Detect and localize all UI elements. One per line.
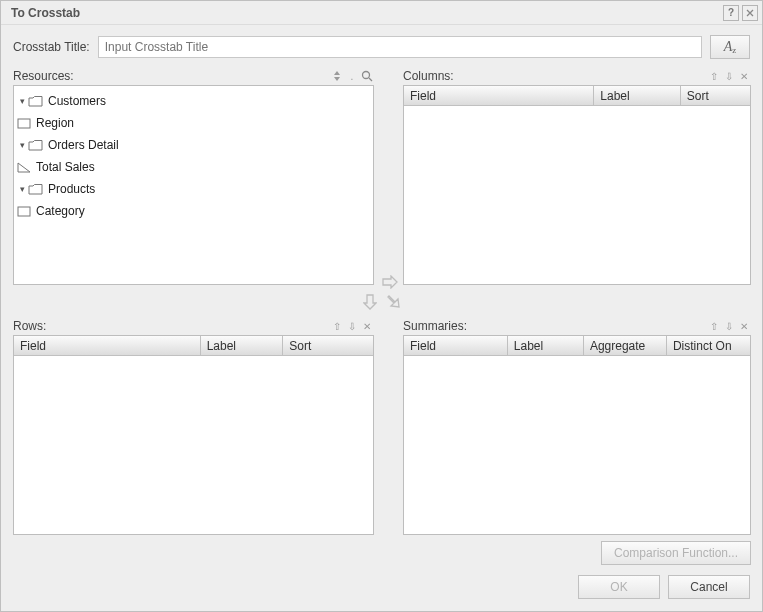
tree-field[interactable]: Region <box>16 112 371 134</box>
col-sort[interactable]: Sort <box>681 86 750 105</box>
rows-panel[interactable]: Field Label Sort <box>13 335 374 535</box>
col-field[interactable]: Field <box>14 336 201 355</box>
remove-icon[interactable]: ✕ <box>737 69 751 83</box>
tree-label: Region <box>36 116 74 130</box>
col-field[interactable]: Field <box>404 86 594 105</box>
rows-header: Field Label Sort <box>14 336 373 356</box>
tree-field[interactable]: Total Sales <box>16 156 371 178</box>
summaries-panel[interactable]: Field Label Aggregate Distinct On <box>403 335 751 535</box>
svg-rect-2 <box>18 119 30 128</box>
tree-label: Customers <box>48 94 106 108</box>
move-up-icon[interactable]: ⇧ <box>707 319 721 333</box>
caret-icon: ▾ <box>16 140 28 150</box>
arrow-diagonal-icon[interactable] <box>385 293 403 311</box>
dialog: To Crosstab ? Crosstab Title: Az Resourc… <box>0 0 763 612</box>
columns-label: Columns: <box>403 69 454 83</box>
measure-icon <box>16 160 32 174</box>
folder-icon <box>28 182 44 196</box>
move-down-icon[interactable]: ⇩ <box>345 319 359 333</box>
tree-field[interactable]: Category <box>16 200 371 222</box>
svg-rect-3 <box>18 207 30 216</box>
svg-point-0 <box>363 72 370 79</box>
sort-icon[interactable] <box>330 69 344 83</box>
summaries-section: Summaries: ⇧ ⇩ ✕ Field Label Aggregate D… <box>403 317 751 535</box>
tree-folder[interactable]: ▾ Orders Detail <box>16 134 371 156</box>
field-icon <box>16 116 32 130</box>
move-down-icon[interactable]: ⇩ <box>722 319 736 333</box>
arrow-down-icon[interactable] <box>361 293 379 311</box>
folder-icon <box>28 94 44 108</box>
resources-label: Resources: <box>13 69 74 83</box>
svg-line-1 <box>369 78 372 81</box>
col-sort[interactable]: Sort <box>283 336 373 355</box>
comparison-function-button[interactable]: Comparison Function... <box>601 541 751 565</box>
folder-icon <box>28 138 44 152</box>
move-up-icon[interactable]: ⇧ <box>707 69 721 83</box>
help-icon[interactable]: ? <box>723 5 739 21</box>
resources-section: Resources: . ▾ Customers <box>13 67 374 285</box>
rows-section: Rows: ⇧ ⇩ ✕ Field Label Sort <box>13 317 374 535</box>
col-field[interactable]: Field <box>404 336 508 355</box>
crosstab-title-label: Crosstab Title: <box>13 40 90 54</box>
col-aggregate[interactable]: Aggregate <box>584 336 667 355</box>
resources-panel: ▾ Customers Region ▾ <box>13 85 374 285</box>
ok-button[interactable]: OK <box>578 575 660 599</box>
arrow-right-icon[interactable] <box>381 273 399 291</box>
caret-icon: ▾ <box>16 184 28 194</box>
tree-label: Products <box>48 182 95 196</box>
tree-folder[interactable]: ▾ Products <box>16 178 371 200</box>
move-down-icon[interactable]: ⇩ <box>722 69 736 83</box>
move-up-icon[interactable]: ⇧ <box>330 319 344 333</box>
window-title: To Crosstab <box>11 6 80 20</box>
resources-tree[interactable]: ▾ Customers Region ▾ <box>14 86 373 226</box>
col-label[interactable]: Label <box>594 86 681 105</box>
tree-label: Total Sales <box>36 160 95 174</box>
summaries-label: Summaries: <box>403 319 467 333</box>
layout-area: Resources: . ▾ Customers <box>1 67 762 565</box>
titlebar: To Crosstab ? <box>1 1 762 25</box>
col-label[interactable]: Label <box>508 336 584 355</box>
separator-dot: . <box>345 69 359 83</box>
summaries-header: Field Label Aggregate Distinct On <box>404 336 750 356</box>
remove-icon[interactable]: ✕ <box>737 319 751 333</box>
columns-panel[interactable]: Field Label Sort <box>403 85 751 285</box>
title-row: Crosstab Title: Az <box>1 25 762 67</box>
rows-label: Rows: <box>13 319 46 333</box>
font-button[interactable]: Az <box>710 35 750 59</box>
col-label[interactable]: Label <box>201 336 284 355</box>
caret-icon: ▾ <box>16 96 28 106</box>
columns-header: Field Label Sort <box>404 86 750 106</box>
crosstab-title-input[interactable] <box>98 36 702 58</box>
remove-icon[interactable]: ✕ <box>360 319 374 333</box>
button-bar: OK Cancel <box>1 565 762 611</box>
tree-label: Category <box>36 204 85 218</box>
cancel-button[interactable]: Cancel <box>668 575 750 599</box>
field-icon <box>16 204 32 218</box>
search-icon[interactable] <box>360 69 374 83</box>
close-icon[interactable] <box>742 5 758 21</box>
col-distinct[interactable]: Distinct On <box>667 336 750 355</box>
font-icon: Az <box>724 39 737 55</box>
tree-folder[interactable]: ▾ Customers <box>16 90 371 112</box>
tree-label: Orders Detail <box>48 138 119 152</box>
columns-section: Columns: ⇧ ⇩ ✕ Field Label Sort <box>403 67 751 285</box>
